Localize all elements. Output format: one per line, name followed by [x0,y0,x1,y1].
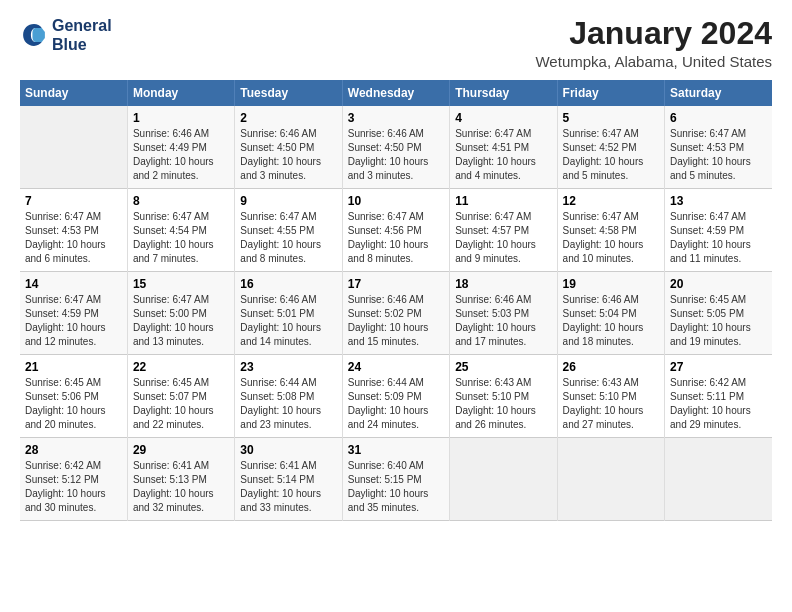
logo: General Blue [20,16,112,54]
calendar-cell: 4Sunrise: 6:47 AMSunset: 4:51 PMDaylight… [450,106,557,189]
calendar-cell: 5Sunrise: 6:47 AMSunset: 4:52 PMDaylight… [557,106,664,189]
calendar-cell: 8Sunrise: 6:47 AMSunset: 4:54 PMDaylight… [127,189,234,272]
day-info: Sunrise: 6:47 AMSunset: 4:55 PMDaylight:… [240,210,336,266]
calendar-cell: 31Sunrise: 6:40 AMSunset: 5:15 PMDayligh… [342,438,449,521]
calendar-cell: 24Sunrise: 6:44 AMSunset: 5:09 PMDayligh… [342,355,449,438]
calendar-cell [450,438,557,521]
day-info: Sunrise: 6:46 AMSunset: 5:02 PMDaylight:… [348,293,444,349]
day-number: 16 [240,277,336,291]
day-info: Sunrise: 6:43 AMSunset: 5:10 PMDaylight:… [455,376,551,432]
calendar-cell: 6Sunrise: 6:47 AMSunset: 4:53 PMDaylight… [665,106,772,189]
calendar-cell: 17Sunrise: 6:46 AMSunset: 5:02 PMDayligh… [342,272,449,355]
calendar-cell: 1Sunrise: 6:46 AMSunset: 4:49 PMDaylight… [127,106,234,189]
col-monday: Monday [127,80,234,106]
day-info: Sunrise: 6:46 AMSunset: 5:03 PMDaylight:… [455,293,551,349]
calendar-cell: 7Sunrise: 6:47 AMSunset: 4:53 PMDaylight… [20,189,127,272]
calendar-cell: 26Sunrise: 6:43 AMSunset: 5:10 PMDayligh… [557,355,664,438]
day-number: 17 [348,277,444,291]
header: General Blue January 2024 Wetumpka, Alab… [20,16,772,70]
day-number: 12 [563,194,659,208]
calendar-cell: 22Sunrise: 6:45 AMSunset: 5:07 PMDayligh… [127,355,234,438]
calendar-cell: 2Sunrise: 6:46 AMSunset: 4:50 PMDaylight… [235,106,342,189]
calendar-cell: 13Sunrise: 6:47 AMSunset: 4:59 PMDayligh… [665,189,772,272]
calendar-cell: 21Sunrise: 6:45 AMSunset: 5:06 PMDayligh… [20,355,127,438]
calendar-cell: 9Sunrise: 6:47 AMSunset: 4:55 PMDaylight… [235,189,342,272]
calendar-week-4: 21Sunrise: 6:45 AMSunset: 5:06 PMDayligh… [20,355,772,438]
calendar-header: Sunday Monday Tuesday Wednesday Thursday… [20,80,772,106]
day-info: Sunrise: 6:46 AMSunset: 5:04 PMDaylight:… [563,293,659,349]
day-info: Sunrise: 6:47 AMSunset: 4:53 PMDaylight:… [670,127,767,183]
day-number: 8 [133,194,229,208]
day-number: 6 [670,111,767,125]
calendar-cell: 3Sunrise: 6:46 AMSunset: 4:50 PMDaylight… [342,106,449,189]
day-info: Sunrise: 6:40 AMSunset: 5:15 PMDaylight:… [348,459,444,515]
day-number: 29 [133,443,229,457]
calendar-cell: 23Sunrise: 6:44 AMSunset: 5:08 PMDayligh… [235,355,342,438]
col-thursday: Thursday [450,80,557,106]
calendar-cell: 10Sunrise: 6:47 AMSunset: 4:56 PMDayligh… [342,189,449,272]
calendar-cell: 11Sunrise: 6:47 AMSunset: 4:57 PMDayligh… [450,189,557,272]
main-title: January 2024 [535,16,772,51]
day-number: 18 [455,277,551,291]
day-info: Sunrise: 6:47 AMSunset: 5:00 PMDaylight:… [133,293,229,349]
day-info: Sunrise: 6:47 AMSunset: 4:54 PMDaylight:… [133,210,229,266]
calendar-table: Sunday Monday Tuesday Wednesday Thursday… [20,80,772,521]
calendar-cell: 15Sunrise: 6:47 AMSunset: 5:00 PMDayligh… [127,272,234,355]
day-number: 19 [563,277,659,291]
day-info: Sunrise: 6:42 AMSunset: 5:11 PMDaylight:… [670,376,767,432]
calendar-cell: 14Sunrise: 6:47 AMSunset: 4:59 PMDayligh… [20,272,127,355]
logo-text: General Blue [52,16,112,54]
calendar-cell: 30Sunrise: 6:41 AMSunset: 5:14 PMDayligh… [235,438,342,521]
calendar-cell [665,438,772,521]
day-number: 4 [455,111,551,125]
day-info: Sunrise: 6:44 AMSunset: 5:09 PMDaylight:… [348,376,444,432]
day-info: Sunrise: 6:47 AMSunset: 4:59 PMDaylight:… [25,293,122,349]
day-info: Sunrise: 6:45 AMSunset: 5:06 PMDaylight:… [25,376,122,432]
col-wednesday: Wednesday [342,80,449,106]
day-info: Sunrise: 6:47 AMSunset: 4:59 PMDaylight:… [670,210,767,266]
day-number: 25 [455,360,551,374]
day-info: Sunrise: 6:43 AMSunset: 5:10 PMDaylight:… [563,376,659,432]
col-friday: Friday [557,80,664,106]
calendar-week-2: 7Sunrise: 6:47 AMSunset: 4:53 PMDaylight… [20,189,772,272]
day-number: 22 [133,360,229,374]
calendar-cell [20,106,127,189]
day-number: 20 [670,277,767,291]
day-info: Sunrise: 6:46 AMSunset: 5:01 PMDaylight:… [240,293,336,349]
day-info: Sunrise: 6:47 AMSunset: 4:57 PMDaylight:… [455,210,551,266]
day-number: 1 [133,111,229,125]
calendar-cell: 25Sunrise: 6:43 AMSunset: 5:10 PMDayligh… [450,355,557,438]
calendar-cell: 28Sunrise: 6:42 AMSunset: 5:12 PMDayligh… [20,438,127,521]
calendar-cell: 20Sunrise: 6:45 AMSunset: 5:05 PMDayligh… [665,272,772,355]
day-info: Sunrise: 6:45 AMSunset: 5:05 PMDaylight:… [670,293,767,349]
day-info: Sunrise: 6:46 AMSunset: 4:49 PMDaylight:… [133,127,229,183]
day-number: 5 [563,111,659,125]
day-info: Sunrise: 6:41 AMSunset: 5:13 PMDaylight:… [133,459,229,515]
calendar-week-5: 28Sunrise: 6:42 AMSunset: 5:12 PMDayligh… [20,438,772,521]
day-number: 24 [348,360,444,374]
day-info: Sunrise: 6:47 AMSunset: 4:52 PMDaylight:… [563,127,659,183]
day-info: Sunrise: 6:46 AMSunset: 4:50 PMDaylight:… [240,127,336,183]
day-info: Sunrise: 6:44 AMSunset: 5:08 PMDaylight:… [240,376,336,432]
day-number: 10 [348,194,444,208]
logo-icon [20,21,48,49]
calendar-week-3: 14Sunrise: 6:47 AMSunset: 4:59 PMDayligh… [20,272,772,355]
day-number: 27 [670,360,767,374]
calendar-cell: 16Sunrise: 6:46 AMSunset: 5:01 PMDayligh… [235,272,342,355]
header-row: Sunday Monday Tuesday Wednesday Thursday… [20,80,772,106]
day-number: 14 [25,277,122,291]
day-number: 11 [455,194,551,208]
calendar-body: 1Sunrise: 6:46 AMSunset: 4:49 PMDaylight… [20,106,772,521]
col-saturday: Saturday [665,80,772,106]
calendar-cell: 12Sunrise: 6:47 AMSunset: 4:58 PMDayligh… [557,189,664,272]
day-number: 9 [240,194,336,208]
day-number: 28 [25,443,122,457]
calendar-cell: 18Sunrise: 6:46 AMSunset: 5:03 PMDayligh… [450,272,557,355]
day-info: Sunrise: 6:47 AMSunset: 4:58 PMDaylight:… [563,210,659,266]
calendar-week-1: 1Sunrise: 6:46 AMSunset: 4:49 PMDaylight… [20,106,772,189]
calendar-cell [557,438,664,521]
day-number: 3 [348,111,444,125]
day-info: Sunrise: 6:42 AMSunset: 5:12 PMDaylight:… [25,459,122,515]
day-number: 30 [240,443,336,457]
calendar-cell: 19Sunrise: 6:46 AMSunset: 5:04 PMDayligh… [557,272,664,355]
